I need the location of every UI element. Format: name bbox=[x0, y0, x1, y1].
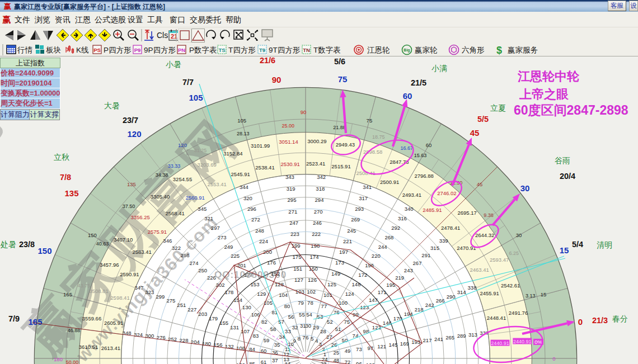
svg-text:2500.91: 2500.91 bbox=[380, 179, 399, 185]
svg-text:109: 109 bbox=[236, 362, 245, 364]
svg-text:2605.91: 2605.91 bbox=[104, 320, 123, 326]
svg-text:242: 242 bbox=[425, 302, 434, 308]
svg-text:32: 32 bbox=[292, 324, 298, 330]
svg-text:3000.29: 3000.29 bbox=[307, 138, 326, 144]
svg-text:343: 343 bbox=[285, 174, 294, 180]
svg-text:59: 59 bbox=[264, 337, 270, 343]
svg-text:227: 227 bbox=[187, 306, 196, 313]
svg-text:2538.41: 2538.41 bbox=[255, 164, 274, 171]
svg-text:243: 243 bbox=[404, 267, 413, 273]
svg-text:T数字表: T数字表 bbox=[313, 46, 341, 54]
svg-text:120: 120 bbox=[366, 362, 375, 364]
svg-text:322: 322 bbox=[172, 245, 181, 251]
svg-text:221: 221 bbox=[343, 238, 352, 244]
svg-text:谷雨: 谷雨 bbox=[555, 156, 570, 165]
svg-text:249: 249 bbox=[224, 244, 233, 250]
svg-text:PS: PS bbox=[93, 47, 101, 53]
svg-text:318: 318 bbox=[316, 186, 325, 192]
svg-text:2613.41: 2613.41 bbox=[101, 345, 120, 351]
svg-text:上帝之眼: 上帝之眼 bbox=[519, 87, 569, 101]
svg-text:244: 244 bbox=[378, 244, 387, 250]
svg-text:3559.66: 3559.66 bbox=[82, 315, 101, 322]
svg-text:2583.41: 2583.41 bbox=[132, 249, 151, 255]
svg-text:31: 31 bbox=[300, 323, 306, 329]
svg-text:339: 339 bbox=[439, 238, 448, 244]
svg-text:53: 53 bbox=[317, 314, 323, 320]
svg-text:TN: TN bbox=[303, 47, 310, 53]
svg-text:127: 127 bbox=[294, 277, 303, 283]
svg-text:5: 5 bbox=[311, 335, 313, 342]
svg-text:128: 128 bbox=[275, 281, 284, 287]
svg-text:P四方形: P四方形 bbox=[104, 46, 132, 54]
svg-text:90: 90 bbox=[301, 109, 307, 115]
svg-text:立秋: 立秋 bbox=[54, 153, 69, 162]
svg-text:T9: T9 bbox=[259, 47, 265, 53]
svg-text:7: 7 bbox=[302, 334, 305, 341]
svg-text:江恩轮: 江恩轮 bbox=[367, 46, 390, 54]
svg-text:267: 267 bbox=[413, 260, 422, 266]
svg-text:223: 223 bbox=[290, 231, 299, 237]
svg-text:50.00: 50.00 bbox=[66, 360, 79, 364]
svg-text:2455.91: 2455.91 bbox=[480, 290, 499, 296]
svg-text:2448.41: 2448.41 bbox=[487, 315, 506, 321]
svg-text:14: 14 bbox=[285, 361, 291, 364]
svg-text:61: 61 bbox=[261, 359, 267, 364]
svg-text:145: 145 bbox=[389, 342, 398, 348]
svg-text:299: 299 bbox=[156, 294, 165, 300]
svg-text:169: 169 bbox=[400, 341, 409, 347]
svg-text:146: 146 bbox=[383, 320, 392, 326]
svg-text:125: 125 bbox=[327, 281, 336, 287]
svg-text:102: 102 bbox=[307, 289, 316, 295]
svg-text:3152.84: 3152.84 bbox=[223, 150, 242, 157]
svg-text:60: 60 bbox=[403, 91, 412, 101]
svg-text:0%: 0% bbox=[534, 339, 542, 345]
svg-text:37.50: 37.50 bbox=[123, 204, 135, 209]
svg-text:105: 105 bbox=[237, 117, 246, 124]
svg-text:76: 76 bbox=[334, 309, 340, 315]
svg-text:2796.88: 2796.88 bbox=[414, 173, 433, 179]
svg-text:Big: Big bbox=[404, 48, 410, 53]
svg-text:77: 77 bbox=[321, 303, 327, 309]
svg-text:347: 347 bbox=[135, 285, 144, 291]
svg-text:2695.17: 2695.17 bbox=[458, 210, 477, 216]
svg-text:265: 265 bbox=[445, 334, 454, 341]
svg-text:30: 30 bbox=[520, 183, 530, 193]
svg-text:269: 269 bbox=[351, 216, 360, 223]
svg-text:3254.55: 3254.55 bbox=[173, 176, 192, 182]
svg-text:5/4: 5/4 bbox=[572, 240, 583, 249]
svg-text:293: 293 bbox=[355, 206, 364, 212]
svg-text:296: 296 bbox=[247, 206, 256, 212]
svg-text:21.88: 21.88 bbox=[333, 125, 346, 130]
svg-text:2491.76: 2491.76 bbox=[509, 310, 528, 316]
svg-text:75: 75 bbox=[367, 117, 373, 124]
svg-text:129: 129 bbox=[257, 291, 266, 297]
svg-text:294: 294 bbox=[315, 197, 324, 203]
svg-text:2463.41: 2463.41 bbox=[470, 267, 489, 273]
svg-text:34.38: 34.38 bbox=[156, 172, 168, 178]
svg-text:176: 176 bbox=[267, 259, 276, 266]
svg-text:275: 275 bbox=[166, 297, 175, 304]
svg-text:147: 147 bbox=[369, 297, 378, 303]
svg-text:9P四方形: 9P四方形 bbox=[144, 46, 176, 54]
svg-text:197: 197 bbox=[339, 249, 348, 255]
svg-text:155: 155 bbox=[219, 320, 228, 326]
svg-text:2590.91: 2590.91 bbox=[120, 271, 139, 277]
svg-text:20/4: 20/4 bbox=[560, 172, 575, 181]
svg-text:25: 25 bbox=[333, 349, 339, 356]
svg-text:7/9: 7/9 bbox=[8, 314, 20, 323]
svg-text:3457.96: 3457.96 bbox=[100, 262, 119, 268]
svg-text:73: 73 bbox=[356, 346, 362, 352]
svg-text:97: 97 bbox=[368, 345, 374, 351]
svg-text:72: 72 bbox=[345, 359, 351, 364]
svg-text:23/8: 23/8 bbox=[19, 240, 35, 249]
svg-text:3305.40: 3305.40 bbox=[151, 193, 170, 200]
svg-text:60度区间2847-2898: 60度区间2847-2898 bbox=[514, 103, 628, 117]
svg-text:2515.91: 2515.91 bbox=[331, 163, 350, 169]
svg-text:江恩轮中轮: 江恩轮中轮 bbox=[517, 69, 580, 83]
svg-text:173: 173 bbox=[335, 259, 344, 266]
svg-text:3610.51: 3610.51 bbox=[79, 344, 98, 350]
svg-text:274: 274 bbox=[190, 260, 199, 266]
svg-text:52: 52 bbox=[327, 319, 333, 325]
svg-text:$: $ bbox=[496, 45, 502, 56]
svg-text:342: 342 bbox=[317, 174, 326, 180]
